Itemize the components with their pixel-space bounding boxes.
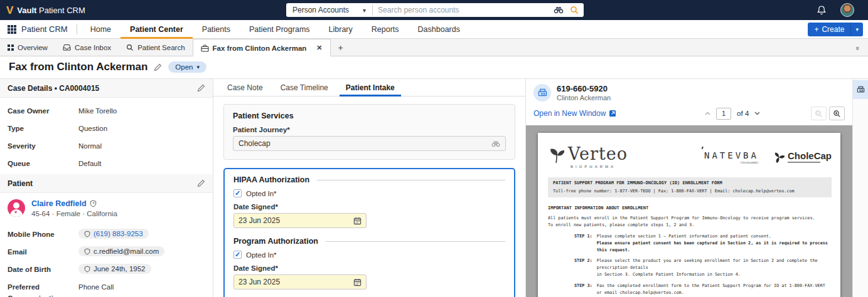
- notification-bell-icon[interactable]: [817, 5, 827, 16]
- hipaa-auth-title: HIPAA Authorization: [233, 175, 309, 184]
- user-avatar[interactable]: [840, 3, 854, 17]
- tab-fax-case[interactable]: Fax from Clinton Ackerman ✕: [193, 39, 331, 56]
- search-icon: [126, 44, 134, 51]
- close-icon[interactable]: ✕: [316, 44, 322, 52]
- hipaa-opted-in-checkbox-row[interactable]: Opted In*: [233, 189, 505, 197]
- plus-icon: +: [814, 25, 818, 34]
- natevba-accent-mark: ’: [700, 145, 705, 155]
- viewer-header: 619-660-5920 Clinton Ackerman: [526, 79, 852, 104]
- new-tab-button[interactable]: +: [331, 43, 351, 53]
- edit-title-icon[interactable]: [154, 63, 162, 71]
- patient-field-row: Preferred Communication Phone Call: [8, 278, 205, 297]
- case-field-row: TypeQuestion: [8, 119, 205, 137]
- binoculars-icon[interactable]: [554, 6, 564, 14]
- search-scope-dropdown[interactable]: Person Accounts: [286, 3, 372, 17]
- email-pill: c.redfield@mail.com: [78, 246, 164, 256]
- tab-case-note[interactable]: Case Note: [221, 79, 269, 96]
- checkbox-checked-icon[interactable]: [233, 189, 242, 197]
- field-value: Question: [78, 123, 107, 134]
- authorization-card: HIPAA Authorization Opted In* Date Signe…: [223, 168, 515, 297]
- page-count-label: of 4: [737, 110, 749, 117]
- tab-patient-intake[interactable]: Patient Intake: [340, 79, 401, 96]
- page-up-icon[interactable]: [705, 112, 710, 115]
- nav-item-dashboards[interactable]: Dashboards: [409, 20, 469, 39]
- step-label: STEP 1:: [574, 233, 592, 254]
- field-label: Date of Birth: [8, 264, 78, 275]
- case-details-title: Case Details • CA0004015: [8, 84, 99, 93]
- open-link-label: Open in New Window: [533, 109, 606, 118]
- tab-overview[interactable]: Overview: [0, 39, 55, 56]
- create-caret-icon[interactable]: ▾: [850, 23, 863, 36]
- phone-pill[interactable]: (619) 883-9253: [78, 229, 149, 239]
- double-chevron-icon[interactable]: »: [854, 37, 862, 57]
- vault-logo-icon: V: [6, 5, 13, 16]
- inbox-icon: [63, 44, 71, 51]
- intro-line: All patients must enroll in the Patient …: [548, 215, 832, 222]
- hipaa-date-value[interactable]: [238, 216, 353, 225]
- dob-value: June 24th, 1952: [94, 265, 146, 273]
- verteo-subtitle: BIOPHARMA: [571, 165, 628, 169]
- fax-document-page: Verteo BIOPHARMA ’ NATEVBA (Vevasumab): [538, 133, 840, 297]
- checkbox-checked-icon[interactable]: [233, 251, 242, 259]
- field-label: Case Owner: [8, 105, 78, 117]
- opted-in-label: Opted In*: [246, 251, 277, 259]
- patient-field-row: Mobile Phone (619) 883-9253: [8, 225, 205, 242]
- edit-patient-icon[interactable]: [197, 179, 205, 187]
- viewer-toolbar: Open in New Window of 4: [526, 104, 852, 125]
- briefcase-icon: [201, 44, 209, 52]
- nav-item-reports[interactable]: Reports: [362, 20, 409, 39]
- search-input[interactable]: [373, 6, 554, 14]
- fax-sender: Clinton Ackerman: [557, 94, 611, 102]
- patient-name-link[interactable]: Claire Redfield: [31, 199, 87, 208]
- tab-fax-case-label: Fax from Clinton Ackerman: [213, 44, 307, 52]
- tab-case-inbox-label: Case Inbox: [75, 44, 111, 51]
- status-dropdown[interactable]: Open: [168, 61, 206, 73]
- app-grid-icon[interactable]: [8, 25, 16, 34]
- rule: [326, 241, 505, 242]
- field-label: Mobile Phone: [8, 229, 78, 240]
- open-in-new-window-link[interactable]: Open in New Window: [533, 109, 616, 118]
- program-opted-in-checkbox-row[interactable]: Opted In*: [233, 251, 505, 259]
- patient-avatar: ♥: [8, 199, 25, 217]
- document-title-banner: PATIENT SUPPORT PROGRAM FOR IMMUNO-ONCOL…: [548, 177, 832, 197]
- binoculars-icon[interactable]: [491, 140, 500, 147]
- step-text: Please complete section 1 – Patient info…: [597, 234, 771, 239]
- phone-value[interactable]: (619) 883-9253: [94, 230, 143, 237]
- patient-journey-input[interactable]: [233, 136, 506, 151]
- nav-item-home[interactable]: Home: [81, 20, 121, 39]
- fax-attachment-tab[interactable]: [853, 80, 868, 99]
- hipaa-date-signed-input[interactable]: [233, 213, 367, 228]
- search-icon[interactable]: [570, 6, 579, 14]
- cholecap-wordmark: CholeCap: [788, 151, 832, 160]
- page-number-input[interactable]: [716, 108, 731, 120]
- verteo-wordmark: Verteo: [568, 145, 628, 162]
- edit-case-icon[interactable]: [197, 84, 205, 92]
- zoom-out-button[interactable]: [811, 107, 827, 120]
- patient-field-row: Email c.redfield@mail.com: [8, 242, 205, 260]
- program-date-signed-input[interactable]: [233, 274, 367, 289]
- program-date-value[interactable]: [238, 278, 353, 286]
- field-label: Severity: [8, 140, 78, 152]
- calendar-icon[interactable]: [353, 217, 362, 225]
- zoom-in-button[interactable]: [829, 107, 845, 120]
- tab-case-inbox[interactable]: Case Inbox: [55, 39, 119, 56]
- calendar-icon[interactable]: [353, 278, 362, 286]
- tab-patient-search[interactable]: Patient Search: [119, 39, 192, 56]
- patient-journey-value[interactable]: [238, 139, 491, 148]
- tab-case-timeline[interactable]: Case Timeline: [274, 79, 335, 96]
- nav-item-patient-programs[interactable]: Patient Programs: [240, 20, 319, 39]
- cholecap-propeller-icon: [773, 151, 785, 164]
- patient-services-title: Patient Services: [233, 112, 506, 120]
- nav-item-patients[interactable]: Patients: [193, 20, 240, 39]
- step-2: STEP 2: Please select the product you ar…: [574, 258, 832, 278]
- nav-item-patient-center[interactable]: Patient Center: [121, 20, 193, 39]
- nav-item-library[interactable]: Library: [319, 20, 362, 39]
- global-search: Person Accounts: [286, 3, 584, 17]
- cholecap-logo: CholeCap: [773, 151, 832, 164]
- page-down-icon[interactable]: [754, 112, 760, 115]
- content-area: Case Details • CA0004015 Case OwnerMike …: [0, 78, 868, 297]
- fax-icon: [533, 84, 551, 102]
- create-button[interactable]: +Create ▾: [808, 23, 863, 36]
- step-text: in Section 3. Complete Patient Informati…: [597, 272, 741, 277]
- patient-demographics: 45-64 · Female · California: [31, 210, 117, 217]
